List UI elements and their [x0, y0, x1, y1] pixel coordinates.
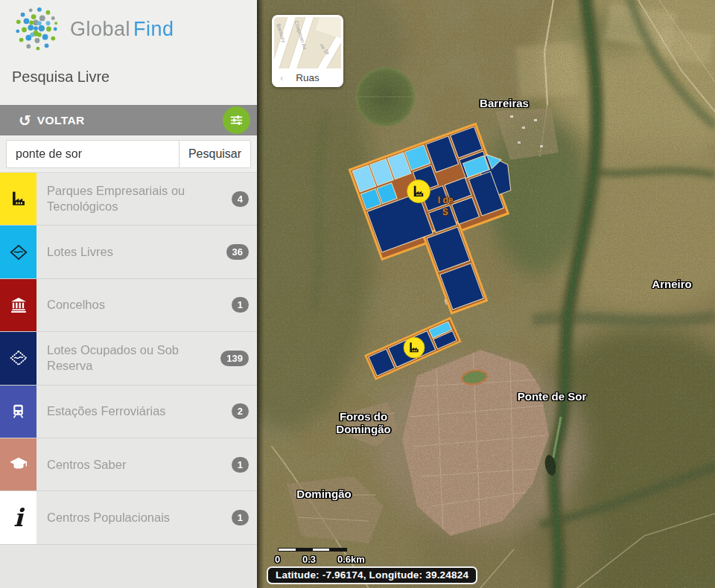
place-label-domingao: Domingão	[296, 488, 351, 500]
category-count-badge: 1	[232, 297, 249, 313]
map-layer-toggle[interactable]: Banbury Chapman Av ne Dr ‹ Ruas	[272, 15, 343, 87]
search-button[interactable]: Pesquisar	[179, 140, 251, 168]
search-input[interactable]	[6, 140, 179, 168]
industrial-park-marker[interactable]	[407, 180, 430, 203]
category-row-lotes-livres[interactable]: Lotes Livres 36	[0, 226, 257, 278]
category-label: Estações Ferroviárias	[36, 403, 232, 419]
layer-toggle-label: Ruas	[296, 72, 320, 83]
streets-thumbnail: Banbury Chapman Av ne Dr	[274, 17, 341, 68]
layer-toggle-label-row: ‹ Ruas	[274, 68, 341, 87]
coordinates-readout: Latitude: -7.96174, Longitude: 39.24824	[267, 566, 477, 584]
category-label: Centros Populacionais	[36, 510, 232, 525]
category-row-concelhos[interactable]: Concelhos 1	[0, 279, 257, 332]
brand-name: GlobalFind	[70, 18, 174, 41]
undo-arrow-icon: ↺	[19, 113, 31, 128]
graduation-cap-icon	[0, 438, 36, 490]
category-count-badge: 1	[232, 510, 249, 525]
scale-tick: 0	[275, 554, 280, 565]
category-label: Parques Empresariais ou Tecnológicos	[36, 183, 232, 214]
place-label-barreiras: Barreiras	[480, 97, 529, 109]
category-row-centros-populacionais[interactable]: i Centros Populacionais 1	[0, 491, 257, 544]
partial-street-label: l de	[438, 195, 454, 205]
brand-name-global: Global	[70, 18, 130, 40]
partial-street-label: S	[442, 207, 448, 217]
map-area[interactable]: Barreiras Arneiro Ponte de Sor Foros do …	[257, 0, 715, 588]
info-icon: i	[0, 491, 36, 543]
sidebar: GlobalFind Pesquisa Livre ↺ VOLTAR	[0, 0, 257, 588]
back-button-label: VOLTAR	[37, 114, 85, 127]
industrial-strip-marker[interactable]	[404, 337, 425, 358]
page-title: Pesquisa Livre	[12, 68, 257, 86]
category-count-badge: 2	[232, 403, 249, 419]
category-count-badge: 139	[220, 351, 249, 366]
place-label-foros-do-domingao: Foros do Domingão	[330, 410, 397, 435]
minimap-block	[316, 17, 341, 39]
brand-name-find: Find	[133, 18, 174, 40]
category-row-centros-saber[interactable]: Centros Saber 1	[0, 438, 257, 491]
category-label: Lotes Ocupados ou Sob Reserva	[36, 342, 220, 374]
globalfind-logo-icon	[13, 6, 60, 52]
category-label: Centros Saber	[36, 457, 232, 473]
category-row-lotes-ocupados[interactable]: Lotes Ocupados ou Sob Reserva 139	[0, 332, 257, 385]
category-label: Concelhos	[36, 297, 232, 313]
globalfind-app: GlobalFind Pesquisa Livre ↺ VOLTAR	[0, 0, 715, 588]
government-building-icon	[0, 279, 36, 331]
category-count-badge: 36	[226, 244, 249, 260]
train-icon	[0, 386, 36, 438]
brand: GlobalFind	[0, 0, 257, 52]
place-label-arneiro: Arneiro	[652, 278, 691, 290]
occupied-lot-icon	[0, 332, 36, 384]
sliders-icon	[229, 112, 244, 128]
category-count-badge: 4	[232, 191, 249, 207]
category-count-badge: 1	[232, 457, 249, 473]
filters-button[interactable]	[223, 106, 250, 134]
scale-tick: 0.3	[302, 554, 316, 565]
chevron-left-icon: ‹	[280, 72, 283, 83]
factory-icon	[0, 173, 36, 225]
category-list: Parques Empresariais ou Tecnológicos 4 L…	[0, 173, 257, 545]
free-lot-icon	[0, 226, 36, 278]
search-bar: Pesquisar	[0, 135, 257, 173]
back-button[interactable]: ↺ VOLTAR	[0, 105, 257, 135]
place-label-ponte-de-sor: Ponte de Sor	[518, 390, 587, 403]
category-label: Lotes Livres	[36, 244, 226, 260]
category-row-estacoes-ferroviarias[interactable]: Estações Ferroviárias 2	[0, 386, 257, 438]
map-scale-bar: 0 0.3 0.6km	[278, 548, 397, 563]
scale-tick: 0.6km	[337, 554, 365, 565]
category-row-parques-empresariais[interactable]: Parques Empresariais ou Tecnológicos 4	[0, 173, 257, 226]
sidebar-header: GlobalFind Pesquisa Livre	[0, 0, 257, 105]
